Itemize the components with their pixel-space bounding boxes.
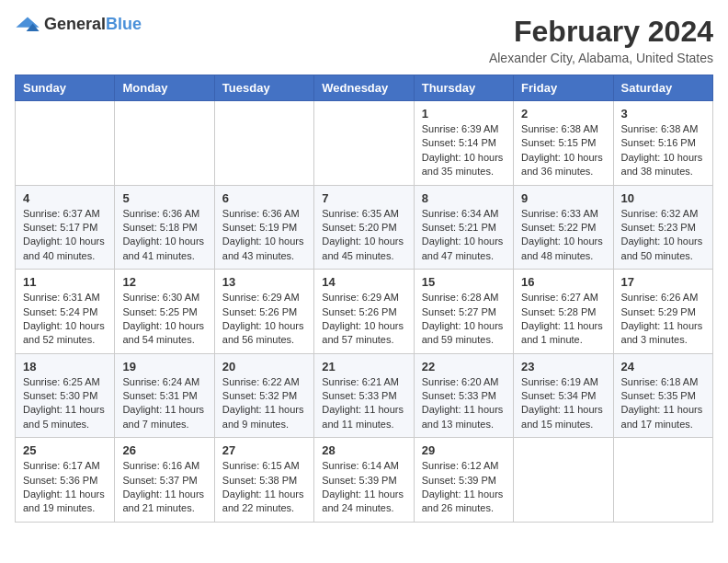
col-sunday: Sunday <box>16 75 115 101</box>
day-number: 26 <box>122 443 206 457</box>
title-area: February 2024 Alexander City, Alabama, U… <box>489 15 713 65</box>
day-number: 8 <box>422 191 506 205</box>
day-info: Sunrise: 6:29 AM Sunset: 5:26 PM Dayligh… <box>322 291 405 348</box>
day-info: Sunrise: 6:15 AM Sunset: 5:38 PM Dayligh… <box>222 459 306 516</box>
calendar-cell: 15Sunrise: 6:28 AM Sunset: 5:27 PM Dayli… <box>414 270 513 354</box>
calendar-cell: 24Sunrise: 6:18 AM Sunset: 5:35 PM Dayli… <box>613 353 712 438</box>
calendar-table: Sunday Monday Tuesday Wednesday Thursday… <box>15 75 713 523</box>
day-info: Sunrise: 6:14 AM Sunset: 5:39 PM Dayligh… <box>322 459 405 516</box>
calendar-cell: 22Sunrise: 6:20 AM Sunset: 5:33 PM Dayli… <box>414 353 513 438</box>
day-number: 12 <box>122 275 206 289</box>
day-number: 4 <box>23 191 107 205</box>
day-info: Sunrise: 6:24 AM Sunset: 5:31 PM Dayligh… <box>122 375 206 432</box>
day-info: Sunrise: 6:27 AM Sunset: 5:28 PM Dayligh… <box>521 291 605 348</box>
day-number: 11 <box>23 275 107 289</box>
calendar-week-1: 1Sunrise: 6:39 AM Sunset: 5:14 PM Daylig… <box>16 101 713 186</box>
day-number: 17 <box>621 275 705 289</box>
day-info: Sunrise: 6:25 AM Sunset: 5:30 PM Dayligh… <box>23 375 107 432</box>
day-number: 14 <box>322 275 405 289</box>
day-number: 6 <box>222 191 306 205</box>
subtitle: Alexander City, Alabama, United States <box>489 51 713 65</box>
day-number: 2 <box>521 107 605 121</box>
day-info: Sunrise: 6:22 AM Sunset: 5:32 PM Dayligh… <box>222 375 306 432</box>
calendar-cell <box>214 101 313 186</box>
calendar-cell: 20Sunrise: 6:22 AM Sunset: 5:32 PM Dayli… <box>214 353 313 438</box>
day-number: 3 <box>621 107 705 121</box>
calendar-week-5: 25Sunrise: 6:17 AM Sunset: 5:36 PM Dayli… <box>16 438 713 523</box>
calendar-cell: 9Sunrise: 6:33 AM Sunset: 5:22 PM Daylig… <box>514 185 613 270</box>
calendar-cell: 13Sunrise: 6:29 AM Sunset: 5:26 PM Dayli… <box>214 270 313 354</box>
calendar-cell: 14Sunrise: 6:29 AM Sunset: 5:26 PM Dayli… <box>314 270 414 354</box>
day-number: 27 <box>222 443 306 457</box>
day-number: 21 <box>322 360 405 373</box>
day-info: Sunrise: 6:26 AM Sunset: 5:29 PM Dayligh… <box>621 291 705 348</box>
calendar-week-3: 11Sunrise: 6:31 AM Sunset: 5:24 PM Dayli… <box>16 270 713 354</box>
calendar-cell: 1Sunrise: 6:39 AM Sunset: 5:14 PM Daylig… <box>414 101 513 186</box>
svg-marker-0 <box>16 17 39 27</box>
calendar-cell: 12Sunrise: 6:30 AM Sunset: 5:25 PM Dayli… <box>115 270 214 354</box>
calendar-cell <box>514 438 613 523</box>
calendar-cell: 17Sunrise: 6:26 AM Sunset: 5:29 PM Dayli… <box>613 270 712 354</box>
day-number: 23 <box>521 360 605 373</box>
calendar-cell: 26Sunrise: 6:16 AM Sunset: 5:37 PM Dayli… <box>115 438 214 523</box>
calendar-cell: 7Sunrise: 6:35 AM Sunset: 5:20 PM Daylig… <box>314 185 414 270</box>
logo-text-blue: Blue <box>106 15 142 33</box>
day-info: Sunrise: 6:38 AM Sunset: 5:15 PM Dayligh… <box>521 122 605 179</box>
col-tuesday: Tuesday <box>214 75 313 101</box>
day-info: Sunrise: 6:28 AM Sunset: 5:27 PM Dayligh… <box>422 291 506 348</box>
calendar-cell <box>115 101 214 186</box>
day-info: Sunrise: 6:18 AM Sunset: 5:35 PM Dayligh… <box>621 375 705 432</box>
day-number: 18 <box>23 360 107 373</box>
day-number: 19 <box>122 360 206 373</box>
calendar-cell: 6Sunrise: 6:36 AM Sunset: 5:19 PM Daylig… <box>214 185 313 270</box>
calendar-cell: 16Sunrise: 6:27 AM Sunset: 5:28 PM Dayli… <box>514 270 613 354</box>
day-info: Sunrise: 6:36 AM Sunset: 5:18 PM Dayligh… <box>122 207 206 264</box>
day-info: Sunrise: 6:21 AM Sunset: 5:33 PM Dayligh… <box>322 375 405 432</box>
day-info: Sunrise: 6:29 AM Sunset: 5:26 PM Dayligh… <box>222 291 306 348</box>
calendar-week-4: 18Sunrise: 6:25 AM Sunset: 5:30 PM Dayli… <box>16 353 713 438</box>
day-number: 22 <box>422 360 506 373</box>
calendar-cell: 5Sunrise: 6:36 AM Sunset: 5:18 PM Daylig… <box>115 185 214 270</box>
day-number: 15 <box>422 275 506 289</box>
calendar-cell: 3Sunrise: 6:38 AM Sunset: 5:16 PM Daylig… <box>613 101 712 186</box>
day-info: Sunrise: 6:32 AM Sunset: 5:23 PM Dayligh… <box>621 207 705 264</box>
day-number: 10 <box>621 191 705 205</box>
day-info: Sunrise: 6:34 AM Sunset: 5:21 PM Dayligh… <box>422 207 506 264</box>
calendar-cell: 25Sunrise: 6:17 AM Sunset: 5:36 PM Dayli… <box>16 438 115 523</box>
day-number: 5 <box>122 191 206 205</box>
day-number: 20 <box>222 360 306 373</box>
calendar-cell: 2Sunrise: 6:38 AM Sunset: 5:15 PM Daylig… <box>514 101 613 186</box>
calendar-cell: 11Sunrise: 6:31 AM Sunset: 5:24 PM Dayli… <box>16 270 115 354</box>
day-info: Sunrise: 6:37 AM Sunset: 5:17 PM Dayligh… <box>23 207 107 264</box>
day-number: 25 <box>23 443 107 457</box>
day-info: Sunrise: 6:12 AM Sunset: 5:39 PM Dayligh… <box>422 459 506 516</box>
calendar-cell: 8Sunrise: 6:34 AM Sunset: 5:21 PM Daylig… <box>414 185 513 270</box>
day-info: Sunrise: 6:35 AM Sunset: 5:20 PM Dayligh… <box>322 207 405 264</box>
day-number: 29 <box>422 443 506 457</box>
col-thursday: Thursday <box>414 75 513 101</box>
calendar-cell <box>613 438 712 523</box>
logo: GeneralBlue <box>15 15 142 34</box>
day-info: Sunrise: 6:39 AM Sunset: 5:14 PM Dayligh… <box>422 122 506 179</box>
day-number: 16 <box>521 275 605 289</box>
day-info: Sunrise: 6:33 AM Sunset: 5:22 PM Dayligh… <box>521 207 605 264</box>
day-number: 1 <box>422 107 506 121</box>
calendar-cell: 10Sunrise: 6:32 AM Sunset: 5:23 PM Dayli… <box>613 185 712 270</box>
day-info: Sunrise: 6:38 AM Sunset: 5:16 PM Dayligh… <box>621 122 705 179</box>
calendar-cell: 27Sunrise: 6:15 AM Sunset: 5:38 PM Dayli… <box>214 438 313 523</box>
day-number: 7 <box>322 191 405 205</box>
calendar-cell: 21Sunrise: 6:21 AM Sunset: 5:33 PM Dayli… <box>314 353 414 438</box>
page-header: GeneralBlue February 2024 Alexander City… <box>15 15 713 65</box>
day-info: Sunrise: 6:30 AM Sunset: 5:25 PM Dayligh… <box>122 291 206 348</box>
calendar-cell <box>16 101 115 186</box>
col-friday: Friday <box>514 75 613 101</box>
day-number: 24 <box>621 360 705 373</box>
col-saturday: Saturday <box>613 75 712 101</box>
day-info: Sunrise: 6:16 AM Sunset: 5:37 PM Dayligh… <box>122 459 206 516</box>
main-title: February 2024 <box>489 15 713 49</box>
calendar-cell: 29Sunrise: 6:12 AM Sunset: 5:39 PM Dayli… <box>414 438 513 523</box>
day-info: Sunrise: 6:36 AM Sunset: 5:19 PM Dayligh… <box>222 207 306 264</box>
day-number: 9 <box>521 191 605 205</box>
calendar-cell: 23Sunrise: 6:19 AM Sunset: 5:34 PM Dayli… <box>514 353 613 438</box>
calendar-cell: 19Sunrise: 6:24 AM Sunset: 5:31 PM Dayli… <box>115 353 214 438</box>
